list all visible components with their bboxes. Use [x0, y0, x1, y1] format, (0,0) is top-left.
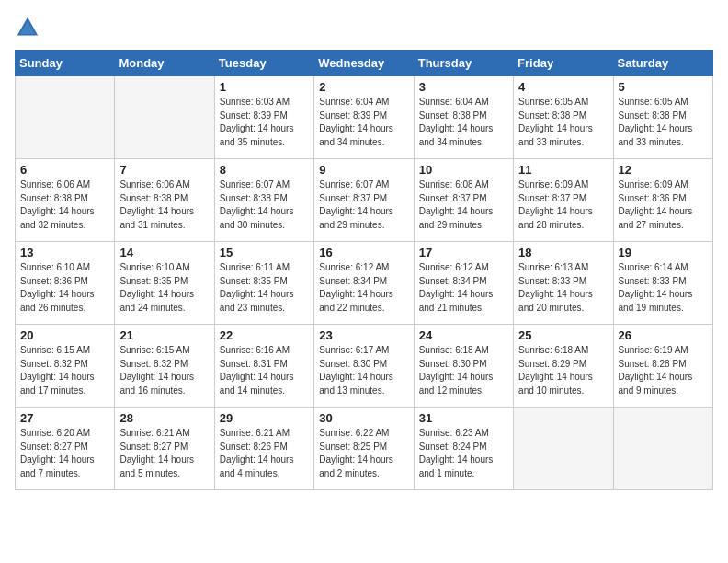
day-number: 5: [619, 80, 708, 94]
cell-info: Sunrise: 6:13 AM Sunset: 8:33 PM Dayligh…: [518, 261, 608, 315]
cell-info: Sunrise: 6:10 AM Sunset: 8:36 PM Dayligh…: [20, 261, 109, 315]
cell-info: Sunrise: 6:21 AM Sunset: 8:27 PM Dayligh…: [119, 427, 209, 480]
day-number: 21: [119, 328, 209, 342]
column-header-tuesday: Tuesday: [214, 51, 313, 76]
cell-info: Sunrise: 6:06 AM Sunset: 8:38 PM Dayligh…: [20, 178, 109, 232]
calendar-cell: 13Sunrise: 6:10 AM Sunset: 8:36 PM Dayli…: [16, 242, 115, 325]
cell-info: Sunrise: 6:06 AM Sunset: 8:38 PM Dayligh…: [119, 178, 209, 232]
calendar-cell: 24Sunrise: 6:18 AM Sunset: 8:30 PM Dayli…: [414, 325, 513, 408]
calendar-cell: 20Sunrise: 6:15 AM Sunset: 8:32 PM Dayli…: [16, 325, 115, 408]
cell-info: Sunrise: 6:23 AM Sunset: 8:24 PM Dayligh…: [419, 427, 508, 480]
column-header-friday: Friday: [514, 51, 613, 76]
calendar-week-4: 20Sunrise: 6:15 AM Sunset: 8:32 PM Dayli…: [16, 325, 713, 408]
calendar-cell: 2Sunrise: 6:04 AM Sunset: 8:39 PM Daylig…: [314, 76, 414, 159]
column-header-wednesday: Wednesday: [314, 51, 414, 76]
calendar-cell: 6Sunrise: 6:06 AM Sunset: 8:38 PM Daylig…: [16, 159, 115, 242]
column-header-saturday: Saturday: [613, 51, 712, 76]
day-number: 11: [518, 163, 608, 177]
logo: [15, 15, 44, 40]
cell-info: Sunrise: 6:18 AM Sunset: 8:30 PM Dayligh…: [419, 344, 508, 397]
calendar-week-3: 13Sunrise: 6:10 AM Sunset: 8:36 PM Dayli…: [16, 242, 713, 325]
calendar-table: SundayMondayTuesdayWednesdayThursdayFrid…: [15, 50, 713, 490]
day-number: 9: [319, 163, 408, 177]
cell-info: Sunrise: 6:12 AM Sunset: 8:34 PM Dayligh…: [319, 261, 408, 315]
calendar-cell: 18Sunrise: 6:13 AM Sunset: 8:33 PM Dayli…: [514, 242, 613, 325]
calendar-cell: 4Sunrise: 6:05 AM Sunset: 8:38 PM Daylig…: [514, 76, 613, 159]
day-number: 23: [319, 328, 408, 342]
calendar-week-1: 1Sunrise: 6:03 AM Sunset: 8:39 PM Daylig…: [16, 76, 713, 159]
calendar-cell: 22Sunrise: 6:16 AM Sunset: 8:31 PM Dayli…: [214, 325, 313, 408]
day-number: 1: [220, 80, 309, 94]
day-number: 12: [619, 163, 708, 177]
day-number: 6: [20, 163, 109, 177]
calendar-cell: [613, 408, 712, 490]
cell-info: Sunrise: 6:09 AM Sunset: 8:37 PM Dayligh…: [518, 178, 608, 232]
calendar-cell: 10Sunrise: 6:08 AM Sunset: 8:37 PM Dayli…: [414, 159, 513, 242]
cell-info: Sunrise: 6:19 AM Sunset: 8:28 PM Dayligh…: [619, 344, 708, 397]
day-number: 27: [20, 411, 109, 425]
day-number: 17: [419, 246, 508, 259]
cell-info: Sunrise: 6:15 AM Sunset: 8:32 PM Dayligh…: [20, 344, 109, 397]
day-number: 4: [518, 80, 608, 94]
cell-info: Sunrise: 6:17 AM Sunset: 8:30 PM Dayligh…: [319, 344, 408, 397]
cell-info: Sunrise: 6:15 AM Sunset: 8:32 PM Dayligh…: [119, 344, 209, 397]
day-number: 16: [319, 246, 408, 259]
calendar-cell: 21Sunrise: 6:15 AM Sunset: 8:32 PM Dayli…: [115, 325, 214, 408]
day-number: 28: [119, 411, 209, 425]
day-number: 31: [419, 411, 508, 425]
column-header-thursday: Thursday: [414, 51, 513, 76]
cell-info: Sunrise: 6:20 AM Sunset: 8:27 PM Dayligh…: [20, 427, 109, 480]
cell-info: Sunrise: 6:21 AM Sunset: 8:26 PM Dayligh…: [220, 427, 309, 480]
calendar-cell: 29Sunrise: 6:21 AM Sunset: 8:26 PM Dayli…: [214, 408, 313, 490]
cell-info: Sunrise: 6:05 AM Sunset: 8:38 PM Dayligh…: [619, 96, 708, 149]
day-number: 3: [419, 80, 508, 94]
day-number: 14: [119, 246, 209, 259]
cell-info: Sunrise: 6:04 AM Sunset: 8:39 PM Dayligh…: [319, 96, 408, 149]
calendar-cell: 1Sunrise: 6:03 AM Sunset: 8:39 PM Daylig…: [214, 76, 313, 159]
calendar-cell: 26Sunrise: 6:19 AM Sunset: 8:28 PM Dayli…: [613, 325, 712, 408]
day-number: 22: [220, 328, 309, 342]
cell-info: Sunrise: 6:07 AM Sunset: 8:37 PM Dayligh…: [319, 178, 408, 232]
calendar-cell: [115, 76, 214, 159]
calendar-cell: 25Sunrise: 6:18 AM Sunset: 8:29 PM Dayli…: [514, 325, 613, 408]
calendar-cell: 31Sunrise: 6:23 AM Sunset: 8:24 PM Dayli…: [414, 408, 513, 490]
cell-info: Sunrise: 6:03 AM Sunset: 8:39 PM Dayligh…: [220, 96, 309, 149]
calendar-cell: 5Sunrise: 6:05 AM Sunset: 8:38 PM Daylig…: [613, 76, 712, 159]
calendar-cell: 14Sunrise: 6:10 AM Sunset: 8:35 PM Dayli…: [115, 242, 214, 325]
cell-info: Sunrise: 6:12 AM Sunset: 8:34 PM Dayligh…: [419, 261, 508, 315]
calendar-cell: 15Sunrise: 6:11 AM Sunset: 8:35 PM Dayli…: [214, 242, 313, 325]
day-number: 13: [20, 246, 109, 259]
day-number: 7: [119, 163, 209, 177]
cell-info: Sunrise: 6:11 AM Sunset: 8:35 PM Dayligh…: [220, 261, 309, 315]
calendar-header-row: SundayMondayTuesdayWednesdayThursdayFrid…: [16, 51, 713, 76]
calendar-cell: 7Sunrise: 6:06 AM Sunset: 8:38 PM Daylig…: [115, 159, 214, 242]
cell-info: Sunrise: 6:08 AM Sunset: 8:37 PM Dayligh…: [419, 178, 508, 232]
calendar-cell: 17Sunrise: 6:12 AM Sunset: 8:34 PM Dayli…: [414, 242, 513, 325]
calendar-cell: 12Sunrise: 6:09 AM Sunset: 8:36 PM Dayli…: [613, 159, 712, 242]
calendar-cell: 3Sunrise: 6:04 AM Sunset: 8:38 PM Daylig…: [414, 76, 513, 159]
calendar-cell: 19Sunrise: 6:14 AM Sunset: 8:33 PM Dayli…: [613, 242, 712, 325]
cell-info: Sunrise: 6:10 AM Sunset: 8:35 PM Dayligh…: [119, 261, 209, 315]
cell-info: Sunrise: 6:18 AM Sunset: 8:29 PM Dayligh…: [518, 344, 608, 397]
column-header-sunday: Sunday: [16, 51, 115, 76]
day-number: 24: [419, 328, 508, 342]
day-number: 8: [220, 163, 309, 177]
calendar-cell: [514, 408, 613, 490]
calendar-cell: 27Sunrise: 6:20 AM Sunset: 8:27 PM Dayli…: [16, 408, 115, 490]
cell-info: Sunrise: 6:05 AM Sunset: 8:38 PM Dayligh…: [518, 96, 608, 149]
day-number: 29: [220, 411, 309, 425]
day-number: 20: [20, 328, 109, 342]
day-number: 19: [619, 246, 708, 259]
calendar-cell: 28Sunrise: 6:21 AM Sunset: 8:27 PM Dayli…: [115, 408, 214, 490]
page-header: [15, 15, 713, 40]
day-number: 25: [518, 328, 608, 342]
day-number: 10: [419, 163, 508, 177]
column-header-monday: Monday: [115, 51, 214, 76]
cell-info: Sunrise: 6:14 AM Sunset: 8:33 PM Dayligh…: [619, 261, 708, 315]
calendar-week-2: 6Sunrise: 6:06 AM Sunset: 8:38 PM Daylig…: [16, 159, 713, 242]
calendar-cell: 16Sunrise: 6:12 AM Sunset: 8:34 PM Dayli…: [314, 242, 414, 325]
day-number: 2: [319, 80, 408, 94]
calendar-cell: 11Sunrise: 6:09 AM Sunset: 8:37 PM Dayli…: [514, 159, 613, 242]
calendar-cell: 9Sunrise: 6:07 AM Sunset: 8:37 PM Daylig…: [314, 159, 414, 242]
cell-info: Sunrise: 6:22 AM Sunset: 8:25 PM Dayligh…: [319, 427, 408, 480]
